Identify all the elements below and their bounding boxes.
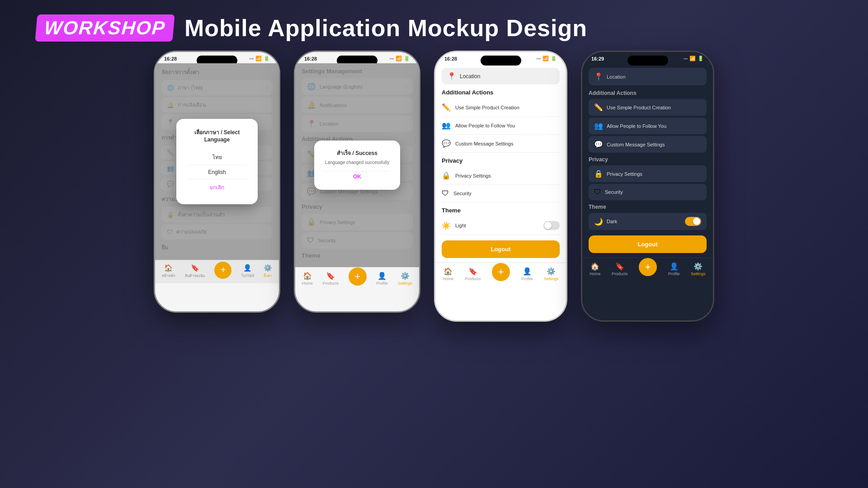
s4-follow[interactable]: 👥 Allow People to Follow You — [589, 117, 707, 134]
bottom-nav-3: 🏠 Home 🔖 Products + 👤 Profile ⚙️ Setting… — [435, 263, 566, 286]
s3-custommsg[interactable]: 💬 Custom Message Settings — [442, 135, 560, 153]
dynamic-island-4 — [627, 56, 668, 66]
success-ok-button[interactable]: OK — [324, 171, 390, 182]
nav-profile-label-3: Profile — [521, 277, 533, 281]
screen1-bg: จัดการการตั้งค่า 🌐 ภาษา (ไทย) › 🔔 การแจ้… — [155, 63, 279, 260]
plus-icon-2: + — [354, 271, 360, 282]
s4-security-text: Security — [605, 189, 701, 195]
s4-privacy-text: Privacy Settings — [607, 171, 701, 177]
status-icons-2: ··· 📶 🔋 — [390, 56, 410, 61]
time-2: 16:28 — [304, 56, 317, 61]
s3-privacy-item[interactable]: 🔒 Privacy Settings — [442, 167, 560, 185]
nav-home-4[interactable]: 🏠 Home — [590, 262, 600, 276]
battery-icon-1: 🔋 — [264, 56, 270, 61]
time-1: 16:28 — [164, 56, 177, 61]
success-msg: Language changed successfully — [324, 160, 390, 165]
home-icon-4: 🏠 — [590, 262, 599, 271]
battery-icon-4: 🔋 — [698, 56, 704, 61]
nav-profile-label-1: โปรไฟล์ — [241, 273, 254, 279]
profile-icon-3: 👤 — [523, 267, 532, 276]
s4-follow-text: Allow People to Follow You — [607, 123, 701, 129]
nav-post-1[interactable]: + — [214, 262, 231, 279]
nav-post-4[interactable]: + — [639, 258, 657, 276]
dialog-overlay-2: สำเร็จ / Success Language changed succes… — [295, 63, 419, 267]
screen4-bg: 📍 Location Additional Actions ✏️ Use Sim… — [582, 63, 713, 258]
nav-home-label-2: Home — [302, 281, 313, 286]
nav-profile-4[interactable]: 👤 Profile — [668, 262, 680, 276]
nav-settings-label-2: Settings — [398, 281, 413, 286]
nav-profile-3[interactable]: 👤 Profile — [521, 267, 533, 281]
wifi-icon-1: 📶 — [255, 56, 262, 61]
s3-location-bar[interactable]: 📍 Location — [442, 68, 560, 84]
nav-profile-2[interactable]: 👤 Profile — [376, 272, 388, 286]
s4-use-simple[interactable]: ✏️ Use Simple Product Creation — [589, 99, 707, 116]
s3-follow[interactable]: 👥 Allow People to Follow You — [442, 117, 560, 135]
success-title: สำเร็จ / Success — [324, 149, 390, 157]
s4-custommsg[interactable]: 💬 Custom Message Settings — [589, 136, 707, 153]
nav-home-3[interactable]: 🏠 Home — [443, 267, 453, 281]
s3-use-simple[interactable]: ✏️ Use Simple Product Creation — [442, 99, 560, 117]
s4-theme-item[interactable]: 🌙 Dark — [589, 213, 707, 230]
nav-settings-label-4: Settings — [691, 272, 706, 276]
s4-toggle[interactable] — [685, 217, 701, 226]
s4-privacy-item[interactable]: 🔒 Privacy Settings — [589, 165, 707, 182]
nav-home-1[interactable]: 🏠 หน้าหลัก — [162, 264, 175, 279]
s4-additional-title: Additional Actions — [589, 90, 707, 96]
nav-profile-label-2: Profile — [376, 281, 388, 286]
workshop-badge: WORKSHOP — [35, 14, 175, 42]
nav-home-2[interactable]: 🏠 Home — [302, 272, 313, 286]
phone-4: 16:29 ··· 📶 🔋 📍 Location Additional Acti… — [581, 51, 714, 322]
nav-products-4[interactable]: 🔖 Products — [612, 262, 628, 276]
profile-icon-1: 👤 — [243, 264, 252, 272]
s4-lock-icon: 🔒 — [594, 169, 603, 178]
dialog-title: เลือกภาษา / Select Language — [187, 128, 247, 143]
settings-icon-4: ⚙️ — [693, 262, 703, 271]
settings-icon-3: ⚙️ — [547, 267, 556, 276]
products-icon-1: 🔖 — [191, 264, 199, 272]
s3-security-item[interactable]: 🛡 Security — [442, 185, 560, 202]
nav-settings-2[interactable]: ⚙️ Settings — [398, 272, 413, 286]
phones-container: 16:28 ··· 📶 🔋 จัดการการตั้งค่า 🌐 ภาษา (ไ… — [136, 51, 732, 488]
nav-profile-1[interactable]: 👤 โปรไฟล์ — [241, 264, 254, 279]
bottom-nav-1: 🏠 หน้าหลัก 🔖 สินค้าของฉัน + 👤 โปรไฟล์ ⚙️… — [155, 260, 279, 283]
s4-toggle-knob — [693, 218, 700, 225]
home-icon-3: 🏠 — [443, 267, 453, 276]
nav-settings-1[interactable]: ⚙️ ตั้งค่า — [264, 264, 272, 279]
dynamic-island-3 — [481, 56, 521, 66]
s3-toggle[interactable] — [543, 221, 560, 230]
s4-logout-button[interactable]: Logout — [589, 235, 707, 253]
nav-products-1[interactable]: 🔖 สินค้าของฉัน — [185, 264, 205, 279]
plus-icon-1: + — [221, 265, 226, 275]
status-icons-4: ··· 📶 🔋 — [684, 56, 704, 61]
s4-security-item[interactable]: 🛡 Security — [589, 184, 707, 200]
phone-3: 16:28 ··· 📶 🔋 📍 Location Additional Acti… — [434, 51, 567, 322]
s3-shield-icon: 🛡 — [442, 189, 449, 197]
phone-1: 16:28 ··· 📶 🔋 จัดการการตั้งค่า 🌐 ภาษา (ไ… — [154, 51, 280, 313]
phone-3-content: 📍 Location Additional Actions ✏️ Use Sim… — [435, 63, 566, 263]
s3-people-icon: 👥 — [442, 121, 451, 130]
dots-icon-4: ··· — [684, 56, 688, 61]
dialog-option-thai[interactable]: ไทย — [187, 149, 247, 165]
s3-theme-label: Light — [455, 223, 539, 228]
nav-post-3[interactable]: + — [492, 263, 510, 281]
s3-theme-item[interactable]: ☀️ Light — [442, 216, 560, 235]
s3-toggle-knob — [544, 222, 552, 229]
nav-products-3[interactable]: 🔖 Products — [465, 267, 481, 281]
s3-logout-button[interactable]: Logout — [442, 240, 560, 258]
s3-follow-text: Allow People to Follow You — [455, 123, 560, 128]
nav-settings-3[interactable]: ⚙️ Settings — [544, 267, 559, 281]
success-dialog: สำเร็จ / Success Language changed succes… — [314, 141, 400, 190]
nav-products-2[interactable]: 🔖 Products — [323, 272, 339, 286]
dialog-option-cancel[interactable]: ยกเลิก — [187, 179, 247, 195]
nav-settings-4[interactable]: ⚙️ Settings — [691, 262, 706, 276]
s4-location-text: Location — [607, 74, 626, 80]
home-icon-2: 🏠 — [303, 272, 312, 280]
time-3: 16:28 — [444, 56, 457, 61]
header-title: Mobile Application Mockup Design — [184, 14, 587, 42]
profile-icon-2: 👤 — [377, 272, 387, 280]
profile-icon-4: 👤 — [670, 262, 679, 271]
dialog-option-english[interactable]: English — [187, 165, 247, 179]
nav-post-2[interactable]: + — [349, 267, 367, 286]
s4-location-bar[interactable]: 📍 Location — [589, 68, 707, 85]
s3-lock-icon: 🔒 — [442, 171, 451, 180]
